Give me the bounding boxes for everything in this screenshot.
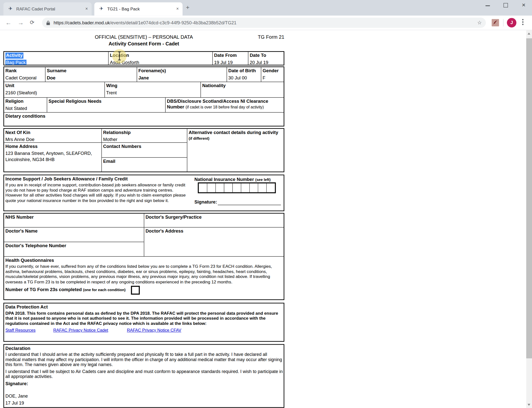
- tab-title: TG21 - Bag Pack: [107, 7, 140, 11]
- doctors-address-label: Doctor's Address: [146, 228, 282, 234]
- signature-line: [218, 200, 281, 205]
- plane-favicon-icon: ✈: [8, 6, 12, 11]
- tab-tg21-bag-pack[interactable]: ✈ TG21 - Bag Pack ×: [94, 2, 183, 16]
- ni-signature-label: Signature:: [194, 199, 217, 205]
- forward-button[interactable]: →: [18, 18, 24, 27]
- dob-label: Date of Birth: [228, 68, 260, 74]
- doctors-surgery-label: Doctor's Surgery/Practice: [146, 214, 282, 220]
- activity-value-selected: Bag Pack: [5, 60, 26, 65]
- window-close-button[interactable]: ✕: [516, 0, 531, 10]
- toolbar-divider: [503, 19, 503, 26]
- contact-numbers-cell: Contact Numbers: [102, 143, 187, 158]
- contact-numbers-label: Contact Numbers: [103, 143, 186, 150]
- rank-label: Rank: [5, 68, 44, 74]
- religious-needs-cell: Special Religious Needs: [47, 98, 166, 112]
- religion-value: Not Stated: [5, 105, 45, 112]
- next-of-kin-table: Next Of Kin Mrs Anne Doe Home Address 12…: [3, 128, 284, 172]
- personal-details-table: Rank Cadet Corporal Surname Doe Forename…: [3, 67, 284, 127]
- classification-text: OFFICIAL (SENSITIVE) – PERSONAL DATA: [95, 34, 193, 40]
- wing-cell: Wing Trent: [105, 82, 201, 97]
- doctors-address-cell: Doctor's Address: [144, 228, 284, 256]
- tab-close-icon[interactable]: ×: [176, 6, 179, 11]
- browser-window: ✈ RAFAC Cadet Portal × ✈ TG21 - Bag Pack…: [0, 0, 532, 408]
- religion-cell: Religion Not Stated: [4, 98, 47, 112]
- dbs-note: (if cadet is over 18 before final day of…: [186, 105, 264, 109]
- date-from-label: Date From: [214, 53, 247, 59]
- forenames-value: Jane: [138, 75, 225, 81]
- nhs-number-label: NHS Number: [5, 214, 143, 220]
- declaration-title: Declaration: [5, 345, 30, 352]
- back-button[interactable]: ←: [5, 18, 12, 27]
- scroll-up-button[interactable]: [526, 30, 532, 37]
- scroll-down-button[interactable]: [526, 401, 532, 408]
- adobe-acrobat-extension-button[interactable]: [492, 19, 499, 26]
- dob-cell: Date of Birth 30 Jul 00: [227, 67, 261, 82]
- nationality-cell: Nationality: [201, 82, 284, 97]
- gender-label: Gender: [263, 68, 282, 74]
- profile-avatar[interactable]: J: [507, 18, 516, 27]
- health-title: Health Questionnaires: [5, 257, 282, 264]
- url-path: /events/detail/1e074dcd-c3c9-44f9-9250-4…: [110, 20, 236, 25]
- rank-value: Cadet Corporal: [5, 75, 44, 81]
- tab-title: RAFAC Cadet Portal: [16, 7, 55, 11]
- home-address-cell: Home Address 123 Banana Street, Anytown,…: [4, 143, 101, 171]
- home-address-label: Home Address: [5, 143, 100, 150]
- scroll-down-icon: [528, 404, 530, 406]
- date-from-value: 19 Jul 19: [214, 60, 247, 65]
- bookmark-star-icon[interactable]: ☆: [477, 20, 482, 26]
- nationality-label: Nationality: [202, 83, 282, 89]
- declaration-signed-name: DOE, Jane: [5, 394, 28, 399]
- doctors-name-label: Doctor's Name: [5, 228, 143, 234]
- next-of-kin-value: Mrs Anne Doe: [5, 137, 100, 143]
- ni-box: [233, 183, 241, 192]
- new-tab-button[interactable]: +: [186, 4, 190, 11]
- url-text: https://cadets.bader.mod.uk/events/detai…: [54, 20, 236, 25]
- unit-value: 2160 (Sleaford): [5, 90, 103, 96]
- religion-label: Religion: [5, 98, 45, 104]
- vertical-scrollbar[interactable]: [526, 30, 532, 408]
- ni-box: [241, 183, 250, 192]
- activity-table: Activity Bag Pack Location Asda Gosforth…: [3, 51, 284, 65]
- address-bar[interactable]: https://cadets.bader.mod.uk/events/detai…: [42, 18, 486, 28]
- date-to-value: 20 Jul 19: [250, 60, 282, 65]
- link-rafac-privacy-notice-cadet[interactable]: RAFAC Privacy Notice Cadet: [53, 328, 108, 333]
- declaration-signature-label: Signature:: [5, 381, 28, 387]
- income-support-body: If you are in receipt of income support,…: [5, 183, 190, 203]
- declaration-signed-date: 17 Jul 19: [5, 400, 24, 405]
- ni-number-note: (see left): [255, 178, 271, 182]
- browser-toolbar: ← → ⟳ https://cadets.bader.mod.uk/events…: [0, 16, 532, 30]
- dbs-cell: DBS/Disclosure Scotland/Access NI Cleara…: [166, 98, 284, 112]
- surname-label: Surname: [47, 68, 136, 74]
- dob-value: 30 Jul 00: [228, 75, 260, 81]
- ni-number-label: National Insurance Number: [194, 177, 254, 182]
- browser-menu-button[interactable]: [522, 19, 523, 26]
- ni-box: [207, 183, 216, 192]
- alt-contact-label: Alternative contact details during activ…: [189, 130, 278, 135]
- tg23-count-note: (one for each condition): [83, 288, 125, 292]
- dpa-body: DPA 2018. This form contains personal da…: [5, 311, 280, 326]
- date-from-cell: Date From 19 Jul 19: [213, 52, 248, 65]
- window-minimize-button[interactable]: [480, 0, 495, 10]
- email-cell: Email: [102, 158, 187, 171]
- doctors-telephone-label: Doctor's Telephone Number: [5, 243, 143, 249]
- close-icon: ✕: [522, 2, 526, 8]
- doctors-surgery-cell: Doctor's Surgery/Practice: [144, 214, 284, 227]
- tab-rafac-cadet-portal[interactable]: ✈ RAFAC Cadet Portal ×: [3, 2, 92, 16]
- page-title: Activity Consent Form - Cadet: [3, 41, 284, 46]
- ni-box: [267, 183, 275, 192]
- window-maximize-button[interactable]: [498, 0, 513, 10]
- doctors-telephone-cell: Doctor's Telephone Number: [4, 242, 144, 256]
- declaration-table: Declaration I understand that I should a…: [3, 344, 284, 408]
- dpa-table: Data Protection Act DPA 2018. This form …: [3, 303, 284, 342]
- ni-box: [258, 183, 267, 192]
- tab-close-icon[interactable]: ×: [85, 6, 88, 11]
- reload-button[interactable]: ⟳: [30, 18, 34, 27]
- link-staff-resources[interactable]: Staff Resources: [5, 328, 36, 333]
- tg23-count-label: Number of TG Form 23s completed: [5, 287, 82, 292]
- scrollbar-thumb[interactable]: [526, 38, 532, 358]
- tg23-count-box: [131, 286, 140, 295]
- ni-number-boxes: [198, 182, 276, 193]
- link-rafac-privacy-notice-cfav[interactable]: RAFAC Privacy Notice CFAV: [127, 328, 181, 333]
- declaration-para1: I understand that I should arrive at the…: [5, 352, 283, 367]
- nhs-number-cell: NHS Number: [4, 214, 144, 227]
